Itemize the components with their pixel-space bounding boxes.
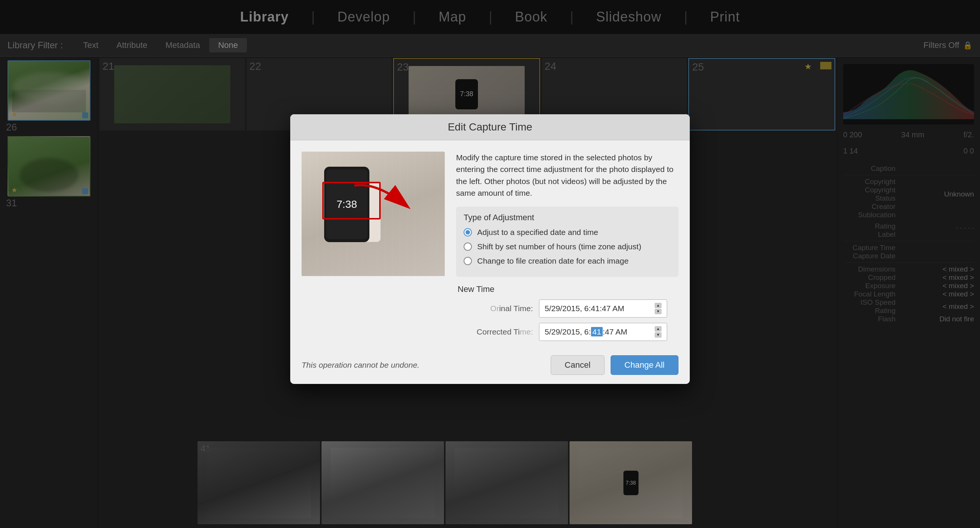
- dialog-description: Modify the capture time stored in the se…: [456, 152, 678, 199]
- dialog-body: 7:38: [290, 140, 690, 346]
- adjustment-section-title: Type of Adjustment: [464, 213, 671, 223]
- change-all-button[interactable]: Change All: [611, 355, 678, 375]
- spinner-down-2[interactable]: ▼: [655, 332, 662, 338]
- footer-warning-text: This operation cannot be undone.: [302, 361, 420, 370]
- modal-overlay: Edit Capture Time 7:38: [0, 0, 980, 528]
- dialog-photo-area: 7:38: [302, 152, 445, 346]
- adjustment-type-section: Type of Adjustment Adjust to a specified…: [456, 207, 678, 277]
- dialog-photo-preview: 7:38: [302, 152, 445, 276]
- original-time-label: Orinal Time:: [458, 304, 533, 313]
- radio-2-label: Shift by set number of hours (time zone …: [477, 242, 641, 251]
- spinner-up-2[interactable]: ▲: [655, 326, 662, 332]
- dialog-footer: This operation cannot be undone. Cancel …: [290, 346, 690, 384]
- corrected-time-highlight: 41: [591, 327, 603, 337]
- dialog-title-bar: Edit Capture Time: [290, 114, 690, 140]
- photo-background: 7:38: [302, 152, 445, 276]
- corrected-time-row: Corrected Time: 5/29/2015, 6:41:47 AM ▲ …: [458, 323, 677, 341]
- radio-3-circle[interactable]: [464, 257, 472, 265]
- corrected-time-spinner[interactable]: ▲ ▼: [655, 326, 662, 338]
- original-time-input[interactable]: 5/29/2015, 6:41:47 AM ▲ ▼: [539, 300, 667, 317]
- corrected-time-label: Corrected Time:: [458, 327, 533, 337]
- radio-1-circle[interactable]: [464, 228, 472, 236]
- radio-1-label: Adjust to a specified date and time: [477, 228, 598, 237]
- edit-capture-time-dialog: Edit Capture Time 7:38: [290, 114, 690, 384]
- original-time-value: 5/29/2015, 6:41:47 AM: [545, 304, 624, 313]
- original-time-row: Orinal Time: 5/29/2015, 6:41:47 AM ▲ ▼: [458, 300, 677, 317]
- footer-buttons: Cancel Change All: [551, 355, 678, 375]
- radio-option-3[interactable]: Change to file creation date for each im…: [464, 257, 671, 265]
- radio-option-1[interactable]: Adjust to a specified date and time: [464, 228, 671, 237]
- red-highlight-box: [322, 182, 381, 220]
- spinner-down-1[interactable]: ▼: [655, 309, 662, 314]
- new-time-label: New Time: [458, 284, 677, 294]
- cancel-button[interactable]: Cancel: [551, 355, 604, 375]
- spinner-up-1[interactable]: ▲: [655, 303, 662, 308]
- dialog-controls: Modify the capture time stored in the se…: [456, 152, 678, 346]
- original-time-spinner[interactable]: ▲ ▼: [655, 303, 662, 314]
- corrected-time-input[interactable]: 5/29/2015, 6:41:47 AM ▲ ▼: [539, 323, 667, 341]
- dialog-title: Edit Capture Time: [448, 121, 532, 133]
- radio-1-inner: [466, 230, 470, 234]
- new-time-section: New Time Orinal Time: 5/29/2015, 6:41:47…: [456, 284, 678, 346]
- radio-3-label: Change to file creation date for each im…: [477, 257, 629, 265]
- radio-option-2[interactable]: Shift by set number of hours (time zone …: [464, 242, 671, 251]
- radio-2-circle[interactable]: [464, 242, 472, 251]
- corrected-time-value: 5/29/2015, 6:41:47 AM: [545, 327, 627, 337]
